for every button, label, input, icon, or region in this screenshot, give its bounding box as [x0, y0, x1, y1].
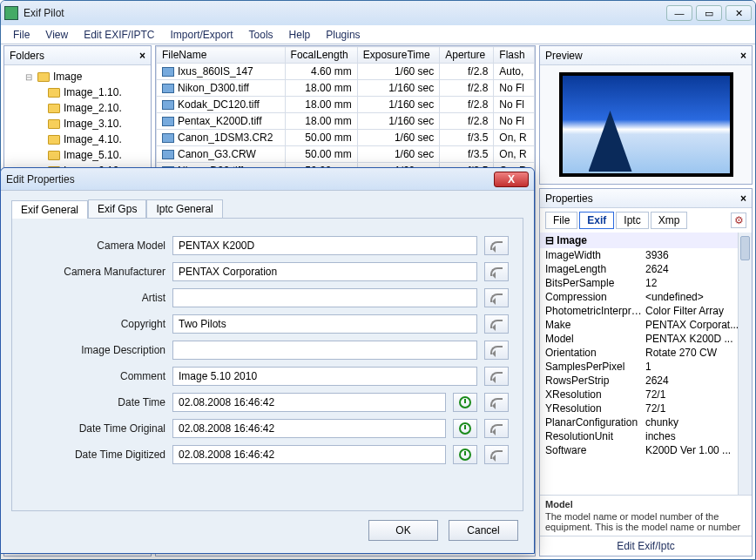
tree-item[interactable]: Image_4.10.: [8, 132, 151, 147]
folders-close-icon[interactable]: ×: [139, 50, 145, 62]
undo-button[interactable]: [484, 419, 509, 438]
collapse-icon[interactable]: ⊟: [24, 72, 34, 82]
tree-item[interactable]: Image_3.10.: [8, 116, 151, 132]
undo-icon: [490, 293, 503, 302]
menu-help[interactable]: Help: [282, 27, 318, 43]
property-row[interactable]: ResolutionUnitinches: [540, 429, 752, 443]
col-exposure[interactable]: ExposureTime: [357, 47, 440, 64]
col-aperture[interactable]: Aperture: [440, 47, 494, 64]
tab-iptc[interactable]: Iptc: [616, 212, 648, 229]
property-row[interactable]: MakePENTAX Corporat...: [540, 318, 752, 332]
artist-input[interactable]: [172, 288, 477, 307]
close-button[interactable]: ✕: [726, 5, 752, 21]
menu-import-export[interactable]: Import/Export: [164, 27, 240, 43]
clock-button[interactable]: [453, 393, 477, 412]
cancel-button[interactable]: Cancel: [449, 520, 518, 541]
property-row[interactable]: RowsPerStrip2624: [540, 374, 752, 388]
table-row[interactable]: Canon_G3.CRW50.00 mm1/60 secf/3.5On, R: [157, 146, 535, 163]
tab-file[interactable]: File: [545, 212, 577, 229]
menu-plugins[interactable]: Plugins: [319, 27, 367, 43]
property-row[interactable]: ModelPENTAX K200D ...: [540, 332, 752, 346]
tree-root[interactable]: ⊟ Image: [8, 69, 151, 84]
col-focal[interactable]: FocalLength: [285, 47, 357, 64]
dialog-close-button[interactable]: X: [494, 172, 529, 187]
tab-exif-gps[interactable]: Exif Gps: [88, 199, 146, 218]
minimize-button[interactable]: —: [666, 5, 692, 21]
camera-make-input[interactable]: [172, 262, 477, 281]
properties-panel: Properties × File Exif Iptc Xmp ⚙ ⊟ Imag…: [539, 188, 753, 557]
dialog-title: Edit Properties: [6, 173, 494, 186]
undo-icon: [490, 346, 503, 354]
property-row[interactable]: SoftwareK200D Ver 1.00 ...: [540, 443, 752, 457]
file-icon: [162, 84, 174, 93]
undo-icon: [490, 372, 503, 381]
edit-properties-dialog: Edit Properties X Exif General Exif Gps …: [0, 167, 535, 554]
properties-list: ⊟ Image ImageWidth3936ImageLength2624Bit…: [540, 233, 752, 495]
table-row[interactable]: Pentax_K200D.tiff18.00 mm1/160 secf/2.8N…: [157, 113, 535, 130]
undo-button[interactable]: [484, 288, 509, 307]
property-row[interactable]: PhotometricInterpretatioColor Filter Arr…: [540, 304, 752, 318]
folder-icon: [48, 119, 60, 129]
scrollbar-thumb[interactable]: [740, 236, 750, 260]
property-row[interactable]: ImageWidth3936: [540, 248, 752, 262]
property-row[interactable]: OrientationRotate 270 CW: [540, 346, 752, 360]
preview-close-icon[interactable]: ×: [740, 50, 746, 62]
col-filename[interactable]: FileName: [157, 47, 286, 64]
undo-button[interactable]: [484, 314, 509, 334]
date-time-original-input[interactable]: [172, 419, 446, 438]
date-time-input[interactable]: [172, 393, 446, 412]
undo-button[interactable]: [484, 341, 509, 360]
image-description-input[interactable]: [172, 341, 477, 360]
scrollbar[interactable]: [738, 233, 752, 495]
folder-icon: [48, 104, 60, 113]
undo-icon: [490, 320, 503, 328]
menu-view[interactable]: View: [38, 27, 75, 43]
tab-exif[interactable]: Exif: [579, 212, 614, 229]
clock-button[interactable]: [453, 419, 477, 438]
table-row[interactable]: Kodak_DC120.tiff18.00 mm1/160 secf/2.8No…: [157, 97, 535, 113]
property-row[interactable]: SamplesPerPixel1: [540, 360, 752, 374]
tree-item[interactable]: Image_5.10.: [8, 147, 151, 163]
tree-item[interactable]: Image_1.10.: [8, 84, 151, 100]
table-row[interactable]: Nikon_D300.tiff18.00 mm1/160 secf/2.8No …: [157, 80, 535, 97]
table-row[interactable]: Canon_1DSM3.CR250.00 mm1/60 secf/3.5On, …: [157, 130, 535, 146]
menu-edit-exif-iptc[interactable]: Edit EXIF/IPTC: [77, 27, 161, 43]
comment-input[interactable]: [172, 367, 477, 386]
tree-item[interactable]: Image_2.10.: [8, 100, 151, 116]
clock-icon: [459, 449, 471, 461]
undo-button[interactable]: [484, 236, 509, 255]
ok-button[interactable]: OK: [368, 520, 438, 541]
property-row[interactable]: PlanarConfigurationchunky: [540, 415, 752, 429]
tab-xmp[interactable]: Xmp: [651, 212, 688, 229]
clock-button[interactable]: [453, 445, 477, 464]
undo-icon: [490, 267, 503, 276]
property-row[interactable]: YResolution72/1: [540, 401, 752, 415]
col-flash[interactable]: Flash: [494, 47, 535, 64]
property-row[interactable]: Compression<undefined>: [540, 290, 752, 304]
file-icon: [162, 150, 174, 159]
field-label: Comment: [26, 370, 165, 382]
undo-button[interactable]: [484, 445, 509, 464]
gear-icon[interactable]: ⚙: [731, 213, 746, 228]
menu-file[interactable]: File: [6, 27, 37, 43]
date-time-digitized-input[interactable]: [172, 445, 446, 464]
properties-close-icon[interactable]: ×: [740, 192, 746, 205]
undo-button[interactable]: [484, 393, 509, 412]
table-row[interactable]: Ixus_860IS_1474.60 mm1/60 secf/2.8Auto,: [157, 64, 535, 80]
tab-exif-general[interactable]: Exif General: [11, 200, 88, 219]
file-icon: [162, 67, 174, 77]
app-icon: [4, 6, 18, 20]
undo-button[interactable]: [484, 262, 509, 281]
tab-iptc-general[interactable]: Iptc General: [146, 199, 222, 218]
camera-model-input[interactable]: [172, 236, 477, 255]
properties-title: Properties: [545, 192, 593, 205]
menu-tools[interactable]: Tools: [242, 27, 280, 43]
property-row[interactable]: ImageLength2624: [540, 262, 752, 276]
property-row[interactable]: XResolution72/1: [540, 388, 752, 401]
property-row[interactable]: BitsPerSample12: [540, 276, 752, 290]
edit-exif-iptc-link[interactable]: Edit Exif/Iptc: [540, 536, 752, 556]
copyright-input[interactable]: [172, 314, 477, 334]
folder-tree: ⊟ Image Image_1.10. Image_2.10. Image_3.…: [4, 65, 151, 182]
undo-button[interactable]: [484, 367, 509, 386]
maximize-button[interactable]: ▭: [696, 5, 722, 21]
